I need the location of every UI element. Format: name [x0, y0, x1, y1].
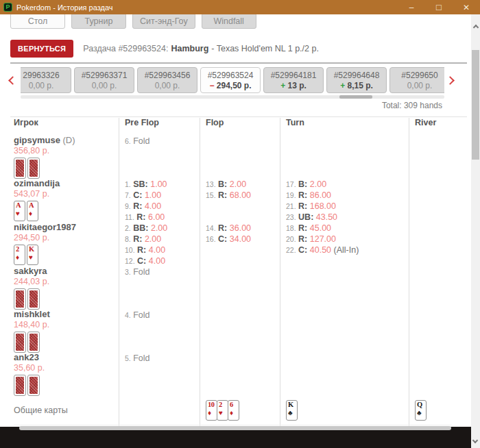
tab-турнир[interactable]: Турнир — [71, 14, 126, 29]
card-A-diamonds: A♦ — [27, 201, 38, 221]
hand-history-window: P Pokerdom - История раздач – □ ✕ СтолТу… — [0, 0, 480, 448]
player-cell: ozimandija543,07 р.A♥A♦ — [14, 179, 119, 223]
tab-стол[interactable]: Стол — [10, 14, 65, 29]
carousel-prev-button[interactable] — [10, 77, 19, 87]
player-row: nikitaegor1987294,50 р.2♦K♥2. BB: 2.008.… — [14, 223, 452, 266]
action-entry: 10. R: 4.00 — [125, 245, 200, 256]
hand-number-label: Раздача #529963524: — [83, 44, 168, 53]
flop-actions — [200, 353, 280, 396]
flop-actions — [200, 310, 280, 353]
hole-cards: 2♦K♥ — [14, 245, 119, 265]
column-header: Игрок — [14, 118, 119, 136]
community-cards-label: Общие карты — [14, 396, 119, 425]
preflop-actions: 2. BB: 2.008. R: 2.0010. R: 4.0012. C: 4… — [119, 223, 200, 266]
player-row: gipsymuse (D)356,80 р.6. Fold — [14, 136, 452, 179]
close-button[interactable]: ✕ — [453, 0, 480, 14]
action-entry: 22. C: 40.50 (All-In) — [286, 245, 409, 256]
hand-chip[interactable]: #5299634560,00 р. — [137, 67, 197, 93]
carousel-scrollbar-thumb[interactable] — [339, 95, 372, 99]
preflop-actions: 4. Fold — [119, 310, 200, 353]
action-entry: 11. R: 6.00 — [125, 212, 200, 223]
hand-id: #529964648 — [334, 71, 380, 80]
scroll-down-icon[interactable] — [472, 438, 478, 443]
window-controls: – □ ✕ — [398, 0, 480, 14]
hand-id: #529963524 — [208, 71, 254, 80]
card-K-hearts: K♥ — [27, 245, 38, 265]
hand-id: #5299650 — [401, 71, 437, 80]
action-entry: 19. R: 86.00 — [286, 190, 409, 201]
flop-actions: 13. B: 2.0015. R: 68.00 — [200, 179, 280, 223]
hand-result: 0,00 р. — [92, 81, 117, 90]
return-button[interactable]: ВЕРНУТЬСЯ — [10, 40, 73, 58]
card-6-diamonds: 6♦ — [228, 400, 239, 421]
river-actions — [409, 136, 452, 179]
hand-result: 0,00 р. — [29, 81, 54, 90]
player-cell: mishklet148,40 р. — [14, 310, 119, 353]
card-back-icon — [14, 375, 26, 396]
carousel-divider — [10, 116, 467, 117]
turn-actions: 18. R: 45.0020. R: 127.0022. C: 40.50 (A… — [280, 223, 409, 266]
scrollbar-thumb[interactable] — [472, 50, 479, 160]
player-stack: 356,80 р. — [14, 147, 119, 155]
card-back-icon — [14, 288, 26, 310]
hand-chip[interactable]: 299633260,00 р. — [21, 67, 71, 93]
hand-result: 0,00 р. — [407, 81, 433, 90]
action-entry: 12. C: 4.00 — [125, 256, 200, 266]
flop-actions: 14. R: 36.0016. C: 34.00 — [200, 223, 280, 266]
card-K-clubs: K♣ — [286, 400, 298, 421]
hand-chip[interactable]: #529963524− 294,50 р. — [200, 67, 261, 93]
column-header: Turn — [280, 118, 409, 136]
flop-actions — [200, 136, 280, 179]
river-actions — [409, 223, 452, 266]
column-header: River — [409, 118, 452, 136]
header-divider — [10, 62, 467, 64]
tab-windfall[interactable]: Windfall — [202, 14, 256, 29]
player-cell: nikitaegor1987294,50 р.2♦K♥ — [14, 223, 119, 266]
hand-result: + 13 р. — [280, 81, 307, 90]
hand-chip[interactable]: #52996500,00 р. — [389, 67, 444, 93]
dialog-content: СтолТурнирСит-энд-ГоуWindfall ВЕРНУТЬСЯ … — [0, 14, 471, 427]
hand-chip[interactable]: #529964648+ 8,15 р. — [326, 67, 387, 93]
carousel-scrollbar[interactable] — [21, 95, 444, 99]
tab-сит-энд-гоу[interactable]: Сит-энд-Гоу — [132, 14, 195, 29]
pokerdom-logo-icon: P — [3, 3, 12, 12]
hand-id: #529963456 — [145, 71, 191, 80]
maximize-button[interactable]: □ — [425, 0, 453, 14]
carousel-next-button[interactable] — [447, 77, 457, 87]
action-entry: 6. Fold — [125, 136, 200, 147]
card-2-hearts: 2♥ — [217, 400, 228, 421]
vertical-scrollbar[interactable] — [471, 14, 480, 448]
action-entry: 7. C: 1.00 — [125, 190, 200, 201]
player-stack: 244,03 р. — [14, 277, 119, 286]
table-name: Hamburg — [171, 44, 208, 53]
chevron-right-icon — [446, 76, 455, 85]
hole-cards — [14, 332, 119, 353]
hand-result: 0,00 р. — [155, 81, 180, 90]
action-entry: 17. B: 2.00 — [286, 179, 409, 190]
window-title: Pokerdom - История раздач — [16, 3, 113, 12]
preflop-actions: 1. SB: 1.007. C: 1.009. R: 4.0011. R: 6.… — [119, 179, 200, 223]
action-entry: 5. Fold — [125, 353, 200, 364]
minimize-button[interactable]: – — [398, 0, 425, 14]
hand-result: − 294,50 р. — [209, 81, 251, 90]
player-name: mishklet — [14, 310, 119, 319]
action-entry: 15. R: 68.00 — [206, 190, 280, 201]
community-cards-row: Общие карты10♦2♥6♦K♣Q♣ — [14, 396, 452, 425]
scroll-up-icon[interactable] — [472, 25, 478, 30]
hole-cards — [14, 158, 119, 179]
hand-chip[interactable]: #5299633710,00 р. — [74, 67, 134, 93]
river-actions — [409, 353, 452, 396]
hand-header: ВЕРНУТЬСЯ Раздача #529963524:Hamburg- Te… — [10, 40, 457, 58]
hand-chip[interactable]: #529964181+ 13 р. — [263, 67, 324, 93]
player-name: ozimandija — [14, 179, 119, 188]
titlebar: P Pokerdom - История раздач – □ ✕ — [0, 0, 480, 14]
card-back-icon — [27, 332, 40, 353]
player-stack: 35,60 р. — [14, 364, 119, 373]
card-Q-clubs: Q♣ — [415, 400, 427, 421]
action-entry: 16. C: 34.00 — [206, 234, 280, 245]
action-entry: 4. Fold — [125, 310, 200, 321]
action-entry: 1. SB: 1.00 — [125, 179, 200, 190]
hole-cards: A♥A♦ — [14, 201, 119, 221]
turn-actions — [280, 136, 409, 179]
chevron-left-icon — [8, 76, 17, 85]
